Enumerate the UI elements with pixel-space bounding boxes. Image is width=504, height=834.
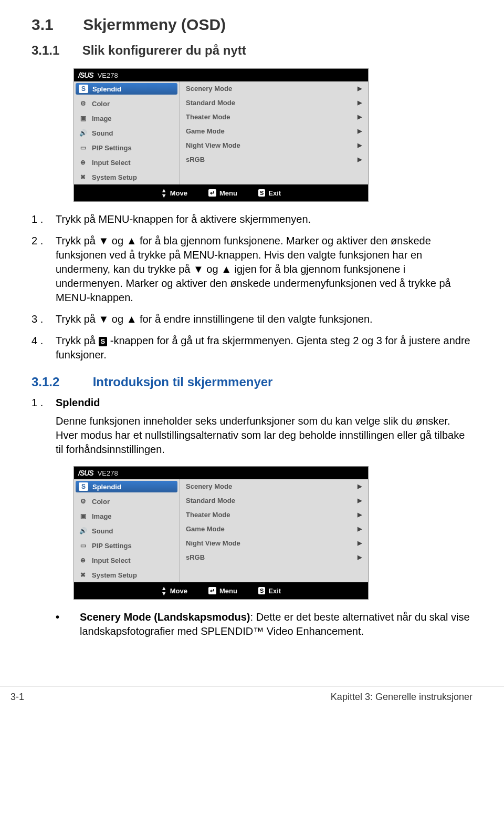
- osd-menu-label: Color: [92, 498, 110, 506]
- step-number: 3 .: [32, 312, 56, 326]
- osd-menu-label: PIP Settings: [92, 144, 132, 152]
- osd-menu-system[interactable]: ✖ System Setup: [74, 170, 179, 184]
- asus-logo: /SUS: [78, 71, 93, 79]
- osd-menu-image[interactable]: ▣ Image: [74, 509, 179, 523]
- enter-key-icon: ↵: [208, 587, 216, 594]
- osd-footer-menu: ↵ Menu: [208, 188, 237, 198]
- osd-model: VE278: [98, 469, 118, 477]
- image-icon: ▣: [78, 512, 88, 520]
- osd-menu-color[interactable]: ⚙ Color: [74, 96, 179, 111]
- osd-mode-game[interactable]: Game Mode▶: [180, 522, 368, 536]
- osd-menu-pip[interactable]: ▭ PIP Settings: [74, 538, 179, 553]
- osd-mode-theater[interactable]: Theater Mode▶: [180, 110, 368, 124]
- asus-logo: /SUS: [78, 469, 93, 477]
- chevron-right-icon: ▶: [358, 99, 362, 106]
- input-icon: ⊕: [78, 556, 88, 564]
- section-heading-3-1-1: 3.1.1 Slik konfigurerer du på nytt: [32, 43, 472, 58]
- osd-mode-theater[interactable]: Theater Mode▶: [180, 508, 368, 522]
- heading-text: Slik konfigurerer du på nytt: [82, 43, 246, 57]
- step-text: Trykk på ▼ og ▲ for å endre innstillinge…: [56, 312, 373, 326]
- chapter-title: Kapittel 3: Generelle instruksjoner: [331, 692, 472, 703]
- osd-menu-input[interactable]: ⊕ Input Select: [74, 155, 179, 170]
- osd-menu-label: System Setup: [92, 173, 137, 181]
- color-icon: ⚙: [78, 497, 88, 506]
- osd-menu-input[interactable]: ⊕ Input Select: [74, 553, 179, 568]
- pip-icon: ▭: [78, 143, 88, 152]
- osd-footer-menu: ↵ Menu: [208, 585, 237, 596]
- osd-footer-move: ▲▼ Move: [161, 585, 187, 596]
- step-4: 4 . Trykk på S -knappen for å gå ut fra …: [32, 334, 472, 362]
- osd-footer: ▲▼ Move ↵ Menu S Exit: [74, 582, 368, 599]
- osd-left-menu: S Splendid ⚙ Color ▣ Image 🔊 Sound ▭: [74, 81, 180, 184]
- submenu-list: 1 . Splendid: [32, 396, 472, 410]
- s-key-icon: S: [99, 337, 108, 346]
- step-text: Trykk på ▼ og ▲ for å bla gjennom funksj…: [56, 234, 472, 305]
- up-down-icon: ▲▼: [161, 188, 167, 198]
- chevron-right-icon: ▶: [358, 142, 362, 149]
- bullet-scenery: • Scenery Mode (Landskapsmodus): Dette e…: [56, 610, 472, 639]
- s-icon: S: [79, 85, 88, 93]
- osd-mode-standard[interactable]: Standard Mode▶: [180, 96, 368, 110]
- osd-menu-color[interactable]: ⚙ Color: [74, 494, 179, 509]
- sound-icon: 🔊: [78, 527, 88, 535]
- heading-number: 3.1: [32, 16, 79, 34]
- osd-mode-standard[interactable]: Standard Mode▶: [180, 493, 368, 508]
- wrench-icon: ✖: [78, 173, 88, 181]
- osd-menu-label: Sound: [92, 527, 113, 535]
- chevron-right-icon: ▶: [358, 511, 362, 518]
- step-number: 2 .: [32, 234, 56, 305]
- step-text: Trykk på S -knappen for å gå ut fra skje…: [56, 334, 472, 362]
- osd-model: VE278: [98, 71, 118, 79]
- osd-menu-splendid[interactable]: S Splendid: [76, 481, 177, 492]
- chevron-right-icon: ▶: [358, 497, 362, 504]
- heading-text: Introduksjon til skjermmenyer: [93, 375, 273, 389]
- submenu-description: Denne funksjonen inneholder seks underfu…: [56, 414, 472, 457]
- step-text: Trykk på MENU-knappen for å aktivere skj…: [56, 212, 311, 226]
- osd-menu-label: Input Select: [92, 557, 131, 564]
- osd-header: /SUS VE278: [74, 69, 368, 81]
- osd-menu-system[interactable]: ✖ System Setup: [74, 568, 179, 582]
- chevron-right-icon: ▶: [358, 540, 362, 547]
- osd-mode-srgb[interactable]: sRGB▶: [180, 152, 368, 167]
- osd-mode-scenery[interactable]: Scenery Mode▶: [180, 81, 368, 96]
- chevron-right-icon: ▶: [358, 114, 362, 120]
- osd-mode-nightview[interactable]: Night View Mode▶: [180, 138, 368, 152]
- chevron-right-icon: ▶: [358, 85, 362, 92]
- osd-menu-label: Image: [92, 115, 112, 122]
- s-key-icon: S: [258, 587, 265, 594]
- step-number: 4 .: [32, 334, 56, 362]
- osd-mode-nightview[interactable]: Night View Mode▶: [180, 536, 368, 550]
- up-down-icon: ▲▼: [161, 585, 167, 596]
- chevron-right-icon: ▶: [358, 156, 362, 163]
- osd-menu-label: Color: [92, 100, 110, 108]
- osd-mode-game[interactable]: Game Mode▶: [180, 124, 368, 138]
- osd-footer-exit: S Exit: [258, 585, 281, 596]
- s-icon: S: [79, 482, 88, 491]
- osd-menu-sound[interactable]: 🔊 Sound: [74, 126, 179, 140]
- osd-panel: /SUS VE278 S Splendid ⚙ Color ▣ Image 🔊: [74, 68, 369, 202]
- osd-menu-label: Input Select: [92, 159, 131, 167]
- osd-menu-splendid[interactable]: S Splendid: [76, 83, 177, 95]
- submenu-item-1: 1 . Splendid: [32, 396, 472, 410]
- chevron-right-icon: ▶: [358, 483, 362, 490]
- osd-menu-label: PIP Settings: [92, 542, 132, 550]
- image-icon: ▣: [78, 114, 88, 122]
- chevron-right-icon: ▶: [358, 526, 362, 532]
- wrench-icon: ✖: [78, 571, 88, 579]
- osd-footer: ▲▼ Move ↵ Menu S Exit: [74, 184, 368, 201]
- chevron-right-icon: ▶: [358, 128, 362, 135]
- section-heading-3-1: 3.1 Skjermmeny (OSD): [32, 16, 472, 34]
- osd-mode-srgb[interactable]: sRGB▶: [180, 550, 368, 564]
- osd-menu-sound[interactable]: 🔊 Sound: [74, 523, 179, 538]
- enter-key-icon: ↵: [208, 189, 216, 197]
- osd-menu-image[interactable]: ▣ Image: [74, 111, 179, 126]
- osd-menu-label: Image: [92, 512, 112, 520]
- osd-menu-label: System Setup: [92, 571, 137, 579]
- osd-panel: /SUS VE278 S Splendid ⚙ Color ▣ Image 🔊: [74, 466, 369, 600]
- osd-mode-scenery[interactable]: Scenery Mode▶: [180, 479, 368, 493]
- item-number: 1 .: [32, 396, 56, 410]
- osd-menu-pip[interactable]: ▭ PIP Settings: [74, 140, 179, 155]
- heading-number: 3.1.1: [32, 43, 79, 58]
- osd-footer-exit: S Exit: [258, 188, 281, 198]
- osd-footer-move: ▲▼ Move: [161, 188, 187, 198]
